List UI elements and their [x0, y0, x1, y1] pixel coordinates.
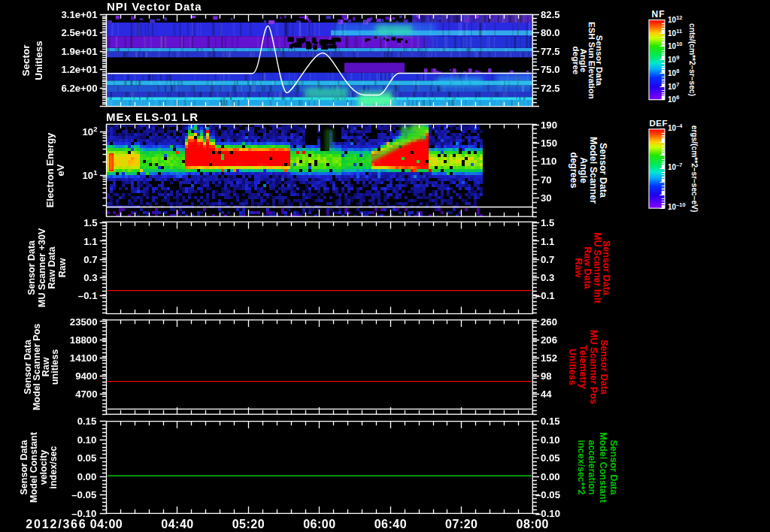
- svg-text:107: 107: [668, 81, 679, 91]
- svg-text:0.3: 0.3: [83, 272, 97, 283]
- svg-text:2.5e+01: 2.5e+01: [61, 27, 97, 38]
- svg-text:Sensor DataMU Scanner +30VRaw: Sensor DataMU Scanner +30VRaw DataRaw: [26, 228, 67, 307]
- svg-text:SectorUnitless: SectorUnitless: [20, 41, 45, 80]
- svg-text:0.3: 0.3: [541, 272, 554, 283]
- svg-text:70: 70: [541, 174, 552, 186]
- svg-text:82.5: 82.5: [541, 9, 560, 20]
- svg-text:–0.1: –0.1: [535, 290, 555, 301]
- svg-text:10–7: 10–7: [668, 162, 682, 171]
- svg-text:0.00: 0.00: [77, 471, 97, 482]
- svg-text:1.1: 1.1: [541, 236, 554, 247]
- svg-text:102: 102: [83, 125, 98, 138]
- svg-text:108: 108: [668, 68, 679, 77]
- svg-text:08:00: 08:00: [517, 518, 549, 530]
- svg-text:30: 30: [541, 192, 552, 204]
- svg-text:1010: 1010: [668, 41, 682, 50]
- svg-text:101: 101: [83, 168, 99, 181]
- svg-text:NPI Vector Data: NPI Vector Data: [107, 0, 202, 13]
- svg-text:Sensor DataModel Constantveloc: Sensor DataModel Constantvelocityindex/s…: [19, 431, 59, 503]
- svg-text:110: 110: [541, 156, 556, 167]
- svg-text:04:00: 04:00: [90, 518, 123, 530]
- svg-text:4700: 4700: [75, 388, 97, 400]
- svg-text:ergs/(cm**2–sr–sec–eV): ergs/(cm**2–sr–sec–eV): [690, 125, 699, 213]
- svg-text:80.0: 80.0: [541, 27, 560, 38]
- svg-text:Sensor DataModel Constantaccel: Sensor DataModel Constantaccelerationinc…: [576, 432, 620, 503]
- svg-text:0.15: 0.15: [541, 416, 560, 427]
- svg-text:1012: 1012: [668, 14, 682, 24]
- svg-text:77.5: 77.5: [541, 46, 560, 57]
- svg-text:–0.05: –0.05: [535, 489, 560, 500]
- svg-text:MEx ELS-01 LR: MEx ELS-01 LR: [106, 110, 199, 123]
- svg-text:3.1e+01: 3.1e+01: [61, 9, 97, 20]
- svg-text:Sensor DataMU Scanner InltRaw: Sensor DataMU Scanner InltRaw DataRaw: [573, 232, 612, 304]
- svg-text:–0.1: –0.1: [78, 290, 98, 301]
- svg-text:04:40: 04:40: [161, 518, 193, 530]
- svg-text:1.5: 1.5: [83, 217, 97, 228]
- svg-text:06:00: 06:00: [303, 518, 335, 530]
- svg-text:72.5: 72.5: [541, 83, 560, 94]
- svg-text:10–10: 10–10: [668, 201, 686, 211]
- svg-text:109: 109: [668, 54, 679, 64]
- svg-text:Sensor DataESH Sun ElevationAn: Sensor DataESH Sun ElevationAngledegree: [571, 22, 605, 99]
- svg-text:0.10: 0.10: [541, 434, 560, 446]
- svg-text:1011: 1011: [668, 28, 682, 38]
- svg-text:150: 150: [541, 138, 557, 149]
- svg-text:cnts/(cm**2–sr–sec): cnts/(cm**2–sr–sec): [688, 23, 696, 96]
- svg-text:6.2e+00: 6.2e+00: [61, 83, 97, 94]
- svg-text:0.10: 0.10: [77, 434, 97, 446]
- svg-text:0.7: 0.7: [541, 254, 554, 265]
- svg-text:–0.05: –0.05: [71, 489, 96, 500]
- svg-text:10–4: 10–4: [668, 122, 683, 132]
- svg-text:DEF: DEF: [650, 119, 668, 128]
- svg-text:0.00: 0.00: [541, 471, 560, 482]
- svg-text:18800: 18800: [70, 334, 98, 346]
- svg-text:Electron EnergyeV: Electron EnergyeV: [44, 132, 66, 207]
- svg-text:0.05: 0.05: [77, 452, 97, 464]
- svg-text:75.0: 75.0: [541, 64, 560, 75]
- svg-text:05:20: 05:20: [232, 518, 265, 530]
- svg-text:06:40: 06:40: [374, 518, 407, 530]
- svg-text:23500: 23500: [70, 316, 98, 328]
- svg-text:106: 106: [668, 94, 679, 104]
- svg-text:1.5: 1.5: [541, 217, 554, 228]
- svg-text:Sensor DataMU Scanner PosTelem: Sensor DataMU Scanner PosTelemetryUnitle…: [567, 330, 609, 404]
- svg-text:1.2e+01: 1.2e+01: [61, 64, 97, 75]
- svg-text:206: 206: [541, 334, 557, 346]
- svg-text:0.05: 0.05: [541, 452, 560, 464]
- svg-text:9400: 9400: [75, 370, 97, 382]
- svg-text:Sensor DataModel Scanner PosRa: Sensor DataModel Scanner PosRawunitless: [23, 324, 59, 410]
- svg-text:260: 260: [541, 316, 557, 328]
- svg-text:07:20: 07:20: [445, 518, 477, 530]
- svg-text:1.1: 1.1: [83, 236, 97, 247]
- svg-text:190: 190: [541, 119, 557, 131]
- svg-text:98: 98: [541, 370, 552, 382]
- svg-text:0.15: 0.15: [77, 416, 97, 427]
- svg-text:Sensor DataModel ScannerAngled: Sensor DataModel ScannerAngledegrees: [568, 137, 609, 204]
- svg-text:1.9e+01: 1.9e+01: [61, 46, 97, 57]
- svg-text:0.7: 0.7: [83, 254, 97, 265]
- svg-text:152: 152: [541, 352, 557, 364]
- svg-text:44: 44: [541, 388, 552, 400]
- svg-text:14100: 14100: [70, 352, 98, 364]
- svg-text:NF: NF: [652, 9, 665, 20]
- svg-text:2012/366: 2012/366: [26, 518, 86, 530]
